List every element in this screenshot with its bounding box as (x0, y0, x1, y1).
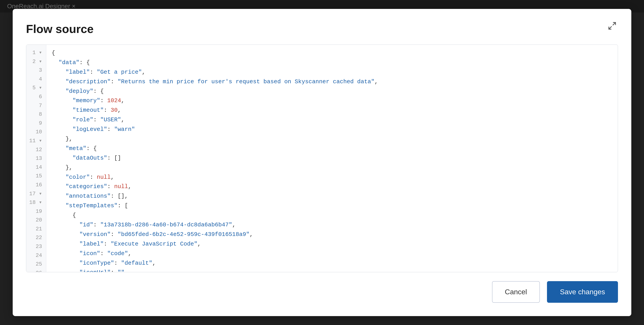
code-line-7: "timeout": 30, (52, 106, 612, 115)
ln-19: 19 (26, 207, 46, 216)
ln-12: 12 (26, 145, 46, 154)
line-numbers: 1 ▾ 2 ▾ 3 4 5 ▾ 6 7 8 9 10 11 ▾ 12 13 14… (26, 45, 46, 272)
code-line-22: "icon": "code", (52, 249, 612, 258)
code-line-17: "stepTemplates": [ (52, 201, 612, 210)
ln-7: 7 (26, 101, 46, 110)
cancel-button[interactable]: Cancel (492, 281, 540, 303)
svg-line-0 (613, 22, 616, 25)
save-changes-button[interactable]: Save changes (547, 281, 618, 303)
editor-content[interactable]: 1 ▾ 2 ▾ 3 4 5 ▾ 6 7 8 9 10 11 ▾ 12 13 14… (26, 45, 618, 272)
ln-22: 22 (26, 233, 46, 242)
ln-8: 8 (26, 110, 46, 119)
ln-3: 3 (26, 66, 46, 75)
code-text[interactable]: { "data": { "label": "Get a price", "des… (46, 45, 618, 272)
ln-15: 15 (26, 172, 46, 180)
code-line-20: "version": "bd65fded-6b2c-4e52-959c-439f… (52, 230, 612, 239)
code-line-15: "categories": null, (52, 182, 612, 192)
code-line-13: }, (52, 163, 612, 172)
ln-20: 20 (26, 216, 46, 224)
code-line-6: "memory": 1024, (52, 96, 612, 106)
ln-26: 26 (26, 269, 46, 272)
ln-18: 18 ▾ (26, 198, 46, 207)
ln-9: 9 (26, 119, 46, 128)
code-editor[interactable]: 1 ▾ 2 ▾ 3 4 5 ▾ 6 7 8 9 10 11 ▾ 12 13 14… (26, 44, 618, 272)
code-line-24: "iconUrl": "", (52, 268, 612, 272)
code-line-12: "dataOuts": [] (52, 153, 612, 163)
code-line-4: "description": "Returns the min price fo… (52, 77, 612, 86)
ln-25: 25 (26, 260, 46, 269)
code-line-9: "logLevel": "warn" (52, 125, 612, 134)
modal-footer: Cancel Save changes (26, 272, 618, 303)
code-line-18: { (52, 210, 612, 220)
ln-21: 21 (26, 224, 46, 234)
code-line-3: "label": "Get a price", (52, 68, 612, 77)
modal-title: Flow source (26, 22, 618, 36)
code-line-14: "color": null, (52, 172, 612, 182)
ln-14: 14 (26, 163, 46, 172)
code-line-2: "data": { (52, 58, 612, 68)
svg-line-1 (609, 26, 612, 29)
ln-11: 11 ▾ (26, 136, 46, 145)
code-line-8: "role": "USER", (52, 115, 612, 125)
code-line-16: "annotations": [], (52, 192, 612, 201)
ln-10: 10 (26, 128, 46, 136)
code-line-11: "meta": { (52, 144, 612, 153)
ln-17: 17 ▾ (26, 190, 46, 198)
ln-2: 2 ▾ (26, 57, 46, 66)
ln-16: 16 (26, 180, 46, 190)
ln-4: 4 (26, 75, 46, 84)
ln-6: 6 (26, 92, 46, 101)
ln-13: 13 (26, 154, 46, 163)
modal-overlay: Flow source 1 ▾ 2 ▾ 3 4 5 ▾ 6 (0, 0, 644, 325)
ln-23: 23 (26, 242, 46, 251)
expand-icon[interactable] (606, 20, 618, 32)
flow-source-modal: Flow source 1 ▾ 2 ▾ 3 4 5 ▾ 6 (13, 9, 631, 316)
ln-1: 1 ▾ (26, 48, 46, 57)
ln-5: 5 ▾ (26, 84, 46, 92)
ln-24: 24 (26, 251, 46, 260)
code-line-10: }, (52, 134, 612, 144)
code-line-5: "deploy": { (52, 86, 612, 96)
code-line-19: "id": "13a7318b-d286-4a60-b674-dc8da6ab6… (52, 220, 612, 230)
code-line-23: "iconType": "default", (52, 258, 612, 268)
code-line-1: { (52, 48, 612, 58)
code-line-21: "label": "Execute JavaScript Code", (52, 239, 612, 249)
